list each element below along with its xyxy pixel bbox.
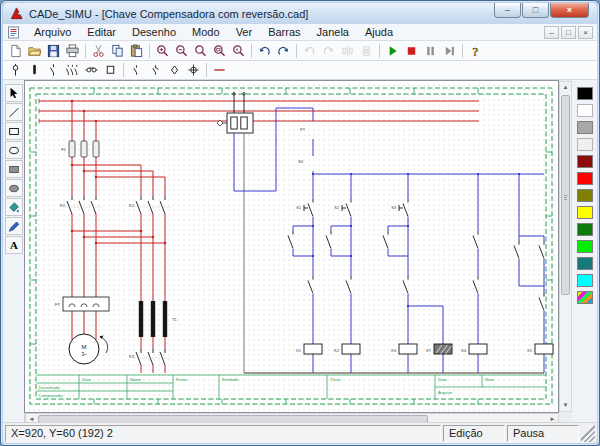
control-contacts <box>288 199 544 311</box>
new-button[interactable] <box>6 42 25 59</box>
sym-diamond-button[interactable] <box>165 62 184 79</box>
menu-modo[interactable]: Modo <box>184 24 228 40</box>
sym-pole-button[interactable] <box>6 62 25 79</box>
color-swatch-4[interactable] <box>577 155 593 168</box>
mdi-minimize-button[interactable]: – <box>544 26 559 39</box>
app-icon <box>9 6 24 21</box>
sym-wire-button[interactable] <box>210 62 229 79</box>
label-coil-1: K1 <box>296 349 301 353</box>
color-swatch-7[interactable] <box>577 206 593 219</box>
label-coil-6: K5 <box>527 349 532 353</box>
menu-barras[interactable]: Barras <box>260 24 308 40</box>
sym-box-button[interactable] <box>101 62 120 79</box>
color-swatch-0[interactable] <box>577 87 593 100</box>
color-swatch-2[interactable] <box>577 121 593 134</box>
autotransformer-symbol <box>139 301 167 337</box>
titleblock-name: Nome <box>130 377 142 382</box>
menu-ver[interactable]: Ver <box>228 24 261 40</box>
color-swatch-6[interactable] <box>577 189 593 202</box>
color-swatch-1[interactable] <box>577 104 593 117</box>
zoom-out-button[interactable] <box>172 42 191 59</box>
mdi-close-button[interactable]: × <box>578 26 593 39</box>
zoom-button[interactable] <box>191 42 210 59</box>
simulate-step-button[interactable] <box>440 42 459 59</box>
ellipse-button[interactable] <box>5 141 23 159</box>
simulate-stop-button[interactable] <box>402 42 421 59</box>
menu-editar[interactable]: Editar <box>79 24 124 40</box>
paste-button[interactable] <box>127 42 146 59</box>
menu-arquivo[interactable]: Arquivo <box>26 24 79 40</box>
menu-desenho[interactable]: Desenho <box>124 24 184 40</box>
close-button[interactable]: × <box>550 3 589 18</box>
rectangle-button[interactable] <box>5 122 23 140</box>
rotate-left-button[interactable] <box>300 42 319 59</box>
sym-contact-triple-button[interactable] <box>63 62 82 79</box>
simulate-pause-button[interactable] <box>421 42 440 59</box>
label-coil-4: KT <box>426 349 432 353</box>
maximize-button[interactable]: □ <box>522 3 549 18</box>
rotate-right-button[interactable] <box>319 42 338 59</box>
svg-text:A: A <box>10 239 18 251</box>
brush-button[interactable] <box>5 217 23 235</box>
color-swatch-custom[interactable] <box>577 291 593 304</box>
scroll-up-arrow[interactable]: ▲ <box>560 82 571 93</box>
titleblock-date: Data <box>82 377 92 382</box>
flip-vertical-button[interactable] <box>357 42 376 59</box>
titleblock-file: Arquivo <box>438 390 453 395</box>
toolbar-separator <box>85 44 86 58</box>
color-swatch-8[interactable] <box>577 223 593 236</box>
label-fuses: F1 <box>61 147 66 152</box>
zoom-previous-button[interactable] <box>229 42 248 59</box>
color-swatch-9[interactable] <box>577 240 593 253</box>
toolbar-separator <box>379 44 380 58</box>
power-circuit <box>39 99 479 374</box>
mdi-restore-button[interactable]: □ <box>561 26 576 39</box>
color-swatch-5[interactable] <box>577 172 593 185</box>
vertical-scroll-thumb[interactable] <box>561 95 570 295</box>
sym-coil-button[interactable] <box>82 62 101 79</box>
text-button[interactable]: A <box>5 236 23 254</box>
menu-ajuda[interactable]: Ajuda <box>357 24 401 40</box>
workspace: A Data Nome Firma: Entidade Tí <box>3 80 597 424</box>
fill-button[interactable] <box>5 198 23 216</box>
simulation-state: Pausa <box>507 425 579 442</box>
resize-grip[interactable] <box>581 425 595 442</box>
select-button[interactable] <box>5 84 23 102</box>
cut-button[interactable] <box>89 42 108 59</box>
minimize-button[interactable]: – <box>494 3 521 18</box>
fuse-symbols <box>69 141 99 157</box>
schematic-canvas[interactable]: Data Nome Firma: Entidade Título Data Nú… <box>25 81 558 412</box>
sym-terminal-button[interactable] <box>184 62 203 79</box>
zoom-window-button[interactable] <box>210 42 229 59</box>
save-button[interactable] <box>44 42 63 59</box>
redo-button[interactable] <box>274 42 293 59</box>
menu-janela[interactable]: Janela <box>309 24 357 40</box>
simulate-play-button[interactable] <box>383 42 402 59</box>
rectangle-filled-button[interactable] <box>5 160 23 178</box>
label-control-overload: FT <box>300 128 305 132</box>
sym-contact-small-button[interactable] <box>127 62 146 79</box>
sym-changeover-button[interactable] <box>146 62 165 79</box>
label-start-2: S2 <box>334 206 339 210</box>
help-button[interactable]: ? <box>466 42 485 59</box>
zoom-in-button[interactable] <box>153 42 172 59</box>
vertical-scrollbar[interactable]: ▲ ▼ <box>559 81 572 412</box>
open-button[interactable] <box>25 42 44 59</box>
titleblock-date2: Data <box>438 377 448 382</box>
label-coil-5: K4 <box>461 349 466 353</box>
color-swatch-10[interactable] <box>577 257 593 270</box>
sym-contact-button[interactable] <box>44 62 63 79</box>
line-button[interactable] <box>5 103 23 121</box>
print-button[interactable] <box>63 42 82 59</box>
label-coil-2: K2 <box>334 349 339 353</box>
ellipse-filled-button[interactable] <box>5 179 23 197</box>
undo-button[interactable] <box>255 42 274 59</box>
color-swatch-11[interactable] <box>577 274 593 287</box>
flip-horizontal-button[interactable] <box>338 42 357 59</box>
copy-button[interactable] <box>108 42 127 59</box>
window-title: CADe_SIMU - [Chave Compensadora com reve… <box>29 8 308 20</box>
color-swatch-3[interactable] <box>577 138 593 151</box>
drawing-tool-palette: A <box>3 80 25 424</box>
scroll-down-arrow[interactable]: ▼ <box>560 400 571 411</box>
sym-fuse-button[interactable] <box>25 62 44 79</box>
